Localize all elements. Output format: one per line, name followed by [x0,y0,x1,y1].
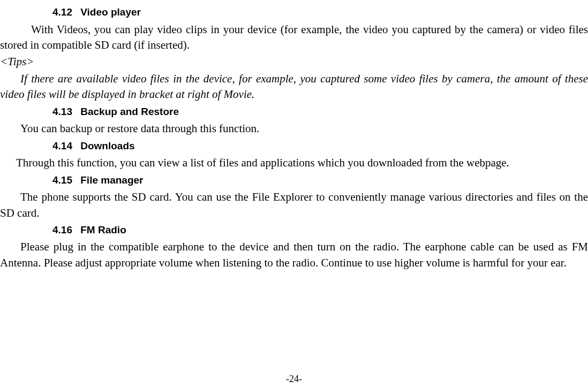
document-page: 4.12 Video player With Videos, you can p… [0,0,588,271]
heading-title: Video player [80,6,141,18]
heading-number: 4.15 [52,173,72,188]
page-number: -24- [286,373,302,384]
heading-4-15: 4.15 File manager [52,173,588,188]
heading-title: Backup and Restore [80,106,179,117]
heading-number: 4.13 [52,105,72,119]
page-footer: -24- [0,372,588,386]
tips-body: If there are available video files in th… [0,71,588,103]
paragraph: Through this function, you can view a li… [0,155,588,171]
heading-title: Downloads [80,140,134,151]
paragraph: The phone supports the SD card. You can … [0,189,588,221]
paragraph: Please plug in the compatible earphone t… [0,239,588,271]
heading-4-12: 4.12 Video player [52,5,588,20]
tips-label: <Tips> [0,54,588,70]
heading-number: 4.12 [52,5,72,20]
heading-number: 4.16 [52,223,72,238]
heading-number: 4.14 [52,139,72,154]
paragraph: You can backup or restore data through t… [0,121,588,136]
heading-title: FM Radio [80,224,126,235]
heading-4-14: 4.14 Downloads [52,139,588,154]
heading-4-13: 4.13 Backup and Restore [52,105,588,119]
paragraph: With Videos, you can play video clips in… [0,22,588,54]
heading-4-16: 4.16 FM Radio [52,223,588,238]
heading-title: File manager [80,174,143,186]
